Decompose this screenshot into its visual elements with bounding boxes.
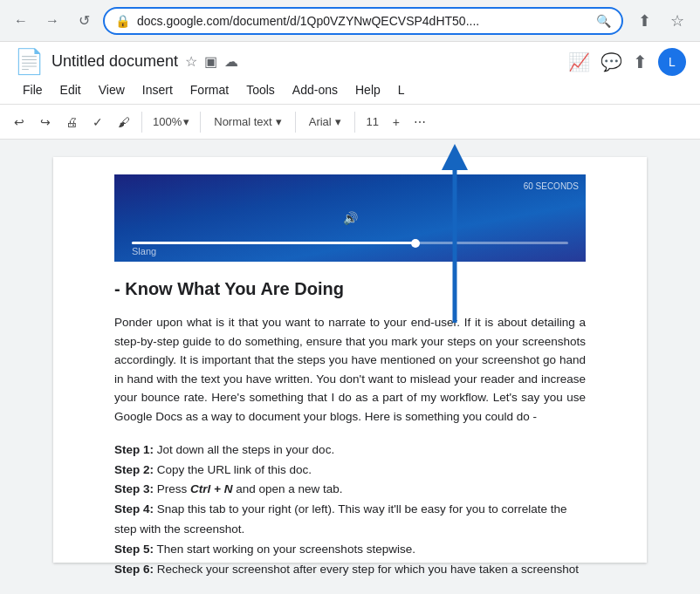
search-icon[interactable]: 🔍 bbox=[596, 14, 611, 28]
menu-help[interactable]: Help bbox=[347, 79, 389, 100]
media-time: 60 SECONDS bbox=[524, 181, 579, 191]
step-4: Step 4: Snap this tab to your right (or … bbox=[114, 500, 586, 540]
zoom-selector[interactable]: 100% ▾ bbox=[148, 113, 195, 130]
divider-3 bbox=[295, 112, 296, 133]
font-selector[interactable]: Arial ▾ bbox=[301, 110, 349, 134]
steps-list: Step 1: Jot down all the steps in your d… bbox=[114, 440, 586, 580]
photo-icon[interactable]: ▣ bbox=[204, 53, 217, 70]
step-5: Step 5: Then start working on your scree… bbox=[114, 540, 586, 560]
menu-format[interactable]: Format bbox=[182, 79, 237, 100]
step-3-label: Step 3: bbox=[114, 482, 154, 495]
browser-bar: ← → ↺ 🔒 docs.google.com/document/d/1Qp0V… bbox=[0, 0, 700, 42]
media-label: Slang bbox=[132, 246, 156, 256]
forward-button[interactable]: → bbox=[40, 9, 65, 33]
menu-extra[interactable]: L bbox=[389, 79, 414, 100]
step-2-label: Step 2: bbox=[114, 463, 154, 476]
menu-tools[interactable]: Tools bbox=[237, 79, 284, 100]
step-4-label: Step 4: bbox=[114, 502, 154, 515]
zoom-value: 100% bbox=[153, 115, 182, 128]
divider-1 bbox=[141, 112, 142, 133]
media-progress-bar bbox=[132, 242, 568, 244]
toolbar: ↩ ↪ 🖨 ✓ 🖌 100% ▾ Normal text ▾ Arial ▾ +… bbox=[0, 105, 700, 140]
step-6-label: Step 6: bbox=[114, 563, 154, 576]
url-bar[interactable]: 🔒 docs.google.com/document/d/1Qp0VZYNwQE… bbox=[103, 7, 623, 35]
step-1: Step 1: Jot down all the steps in your d… bbox=[114, 440, 586, 461]
paintformat-button[interactable]: 🖌 bbox=[112, 110, 136, 134]
progress-fill bbox=[132, 242, 415, 244]
document-page: 🔊 60 SECONDS Slang - Know What You Are D… bbox=[53, 157, 647, 563]
step-6: Step 6: Recheck your screenshot after ev… bbox=[114, 560, 586, 580]
font-dropdown-icon: ▾ bbox=[335, 115, 341, 128]
title-icons: ☆ ▣ ☁ bbox=[185, 53, 238, 70]
font-label: Arial bbox=[309, 115, 332, 128]
browser-actions: ⬆ ☆ bbox=[630, 7, 691, 35]
progress-dot bbox=[411, 239, 420, 248]
redo-button[interactable]: ↪ bbox=[33, 110, 58, 134]
style-dropdown-icon: ▾ bbox=[276, 115, 282, 128]
progress-background bbox=[132, 242, 568, 244]
back-button[interactable]: ← bbox=[9, 9, 33, 33]
header-right: 📈 💬 ⬆ L bbox=[568, 48, 686, 76]
avatar[interactable]: L bbox=[658, 48, 686, 76]
step-1-text: Jot down all the steps in your doc. bbox=[154, 443, 334, 456]
style-label: Normal text bbox=[214, 115, 271, 128]
present-icon[interactable]: ⬆ bbox=[633, 51, 648, 72]
media-play-icon: 🔊 bbox=[343, 211, 358, 225]
undo-button[interactable]: ↩ bbox=[7, 110, 31, 134]
more-options-button[interactable]: ⋯ bbox=[408, 110, 432, 134]
step-5-label: Step 5: bbox=[114, 543, 154, 556]
divider-4 bbox=[354, 112, 355, 133]
title-row: 📄 Untitled document ☆ ▣ ☁ 📈 💬 ⬆ L bbox=[14, 47, 686, 76]
comments-icon[interactable]: 💬 bbox=[600, 51, 622, 72]
zoom-dropdown-icon: ▾ bbox=[183, 115, 189, 128]
style-selector[interactable]: Normal text ▾ bbox=[206, 110, 289, 134]
font-size-plus[interactable]: + bbox=[387, 113, 406, 132]
section-heading: - Know What You Are Doing bbox=[114, 279, 586, 299]
cloud-icon[interactable]: ☁ bbox=[224, 53, 238, 70]
main-content-area: 🔊 60 SECONDS Slang - Know What You Are D… bbox=[0, 140, 700, 580]
refresh-button[interactable]: ↺ bbox=[72, 9, 96, 33]
media-embed: 🔊 60 SECONDS Slang bbox=[114, 174, 586, 262]
trending-icon[interactable]: 📈 bbox=[568, 51, 590, 72]
menu-file[interactable]: File bbox=[14, 79, 51, 100]
paragraph-1: Ponder upon what is it that you want to … bbox=[114, 313, 586, 427]
step-5-text: Then start working on your screenshots s… bbox=[154, 543, 415, 556]
docs-header: 📄 Untitled document ☆ ▣ ☁ 📈 💬 ⬆ L File E… bbox=[0, 42, 700, 105]
step-3-text: Press Ctrl + N and open a new tab. bbox=[154, 482, 343, 495]
font-size-input[interactable] bbox=[360, 115, 385, 128]
share-button[interactable]: ⬆ bbox=[630, 7, 658, 35]
menu-bar: File Edit View Insert Format Tools Add-o… bbox=[14, 79, 686, 100]
menu-edit[interactable]: Edit bbox=[51, 79, 90, 100]
lock-icon: 🔒 bbox=[115, 14, 130, 28]
menu-insert[interactable]: Insert bbox=[134, 79, 182, 100]
menu-addons[interactable]: Add-ons bbox=[284, 79, 347, 100]
step-2: Step 2: Copy the URL link of this doc. bbox=[114, 461, 586, 481]
print-button[interactable]: 🖨 bbox=[59, 110, 84, 134]
step-3: Step 3: Press Ctrl + N and open a new ta… bbox=[114, 480, 586, 500]
menu-view[interactable]: View bbox=[90, 79, 134, 100]
volume-icon: 🔊 bbox=[343, 211, 358, 225]
star-icon[interactable]: ☆ bbox=[185, 53, 197, 70]
step-6-text: Recheck your screenshot after every step… bbox=[114, 563, 579, 580]
document-title[interactable]: Untitled document bbox=[51, 52, 178, 71]
spellcheck-button[interactable]: ✓ bbox=[86, 110, 110, 134]
step-2-text: Copy the URL link of this doc. bbox=[154, 463, 312, 476]
docs-logo-icon: 📄 bbox=[14, 47, 45, 76]
step-1-label: Step 1: bbox=[114, 443, 154, 456]
divider-2 bbox=[200, 112, 201, 133]
bookmark-button[interactable]: ☆ bbox=[663, 7, 691, 35]
step-4-text: Snap this tab to your right (or left). T… bbox=[114, 502, 567, 536]
url-text: docs.google.com/document/d/1Qp0VZYNwQECV… bbox=[137, 14, 589, 28]
